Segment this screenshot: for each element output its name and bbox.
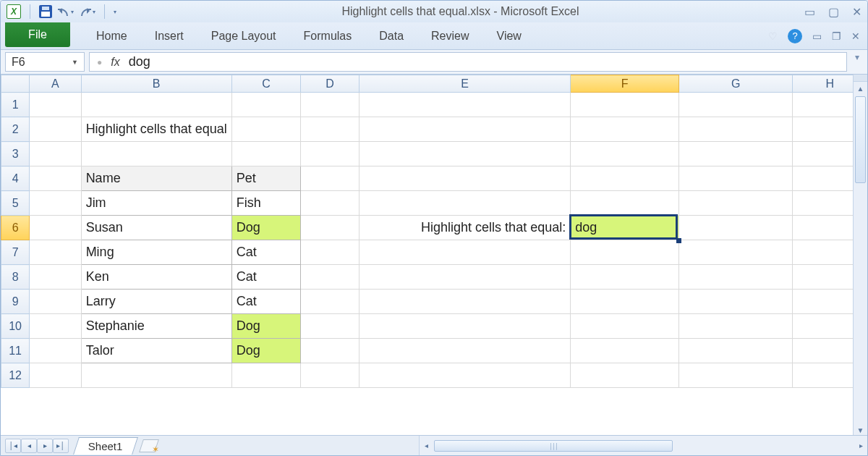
fx-icon[interactable]: fx: [111, 56, 119, 69]
cell-F2[interactable]: [571, 117, 679, 142]
cell-B3[interactable]: [81, 142, 231, 166]
cell-B11[interactable]: Talor: [81, 339, 231, 363]
cell-F6[interactable]: dog: [571, 216, 679, 240]
cell-D9[interactable]: [301, 290, 359, 314]
cell-C11[interactable]: Dog: [231, 339, 300, 363]
cell-E8[interactable]: [359, 265, 570, 290]
sheet-nav-next[interactable]: ▸: [37, 439, 53, 453]
column-header-E[interactable]: E: [359, 75, 570, 93]
ribbon-minimize-hint-icon[interactable]: ♡: [768, 30, 778, 42]
horizontal-scrollbar[interactable]: ◂ ▸: [419, 436, 867, 455]
cell-B1[interactable]: [81, 93, 231, 117]
cell-B7[interactable]: Ming: [81, 240, 231, 265]
column-header-F[interactable]: F: [571, 75, 679, 93]
cell-A1[interactable]: [30, 93, 81, 117]
cell-C3[interactable]: [231, 142, 300, 166]
maximize-button[interactable]: ▢: [828, 5, 839, 19]
new-sheet-icon[interactable]: [141, 439, 157, 452]
row-header-6[interactable]: 6: [1, 216, 30, 240]
cell-C12[interactable]: [231, 363, 300, 388]
cell-D6[interactable]: [301, 216, 359, 240]
cell-D3[interactable]: [301, 142, 359, 166]
cell-G9[interactable]: [678, 290, 792, 314]
cell-C5[interactable]: Fish: [231, 191, 300, 216]
cell-D10[interactable]: [301, 314, 359, 339]
row-header-11[interactable]: 11: [1, 339, 30, 363]
cell-G1[interactable]: [678, 93, 792, 117]
hscroll-track[interactable]: [433, 440, 854, 452]
cell-F3[interactable]: [571, 142, 679, 166]
select-all-corner[interactable]: [1, 75, 30, 93]
row-header-12[interactable]: 12: [1, 363, 30, 388]
formula-bar-expand-icon[interactable]: ▾: [851, 52, 863, 72]
cell-A9[interactable]: [30, 290, 81, 314]
cell-E9[interactable]: [359, 290, 570, 314]
row-header-9[interactable]: 9: [1, 290, 30, 314]
row-header-3[interactable]: 3: [1, 142, 30, 166]
cell-F8[interactable]: [571, 265, 679, 290]
cell-E7[interactable]: [359, 240, 570, 265]
cell-A12[interactable]: [30, 363, 81, 388]
cell-G7[interactable]: [678, 240, 792, 265]
cell-A6[interactable]: [30, 216, 81, 240]
cell-E12[interactable]: [359, 363, 570, 388]
cell-B4[interactable]: Name: [81, 166, 231, 191]
cell-G5[interactable]: [678, 191, 792, 216]
cell-B2[interactable]: Highlight cells that equal: [81, 117, 231, 142]
cell-A2[interactable]: [30, 117, 81, 142]
undo-dropdown-icon[interactable]: ▾: [71, 9, 74, 15]
cell-G2[interactable]: [678, 117, 792, 142]
cell-B6[interactable]: Susan: [81, 216, 231, 240]
scroll-right-button[interactable]: ▸: [854, 442, 867, 449]
cell-D4[interactable]: [301, 166, 359, 191]
cell-F1[interactable]: [571, 93, 679, 117]
cell-F4[interactable]: [571, 166, 679, 191]
cell-C2[interactable]: [231, 117, 300, 142]
vertical-scrollbar[interactable]: ▲ ▼: [853, 75, 867, 436]
row-header-4[interactable]: 4: [1, 166, 30, 191]
row-header-8[interactable]: 8: [1, 265, 30, 290]
sheet-nav-prev[interactable]: ◂: [21, 439, 37, 453]
sheet-tab-active[interactable]: Sheet1: [73, 437, 137, 455]
row-header-5[interactable]: 5: [1, 191, 30, 216]
cell-D11[interactable]: [301, 339, 359, 363]
cell-G12[interactable]: [678, 363, 792, 388]
scroll-left-button[interactable]: ◂: [420, 442, 433, 449]
excel-app-icon[interactable]: X: [7, 4, 21, 19]
ribbon-tab-review[interactable]: Review: [431, 30, 469, 43]
column-header-A[interactable]: A: [30, 75, 81, 93]
ribbon-tab-home[interactable]: Home: [96, 30, 127, 43]
redo-button[interactable]: ▾: [80, 7, 95, 17]
ribbon-tab-view[interactable]: View: [497, 30, 522, 43]
column-header-D[interactable]: D: [301, 75, 359, 93]
row-header-7[interactable]: 7: [1, 240, 30, 265]
workbook-close-button[interactable]: ✕: [851, 30, 860, 42]
cell-A8[interactable]: [30, 265, 81, 290]
cell-G10[interactable]: [678, 314, 792, 339]
cell-D8[interactable]: [301, 265, 359, 290]
workbook-restore-button[interactable]: ❐: [832, 30, 841, 42]
cell-C7[interactable]: Cat: [231, 240, 300, 265]
cell-B8[interactable]: Ken: [81, 265, 231, 290]
cell-E5[interactable]: [359, 191, 570, 216]
cell-G8[interactable]: [678, 265, 792, 290]
cell-B12[interactable]: [81, 363, 231, 388]
cell-E11[interactable]: [359, 339, 570, 363]
ribbon-tab-formulas[interactable]: Formulas: [304, 30, 352, 43]
vscroll-track[interactable]: [854, 95, 867, 423]
cell-D1[interactable]: [301, 93, 359, 117]
cell-G11[interactable]: [678, 339, 792, 363]
cell-G4[interactable]: [678, 166, 792, 191]
cell-E1[interactable]: [359, 93, 570, 117]
save-icon[interactable]: [39, 5, 52, 18]
column-header-C[interactable]: C: [231, 75, 300, 93]
cell-G6[interactable]: [678, 216, 792, 240]
cell-A5[interactable]: [30, 191, 81, 216]
redo-dropdown-icon[interactable]: ▾: [93, 9, 95, 15]
workbook-minimize-button[interactable]: ▭: [812, 30, 822, 42]
cancel-formula-icon[interactable]: ●: [97, 57, 102, 67]
row-header-10[interactable]: 10: [1, 314, 30, 339]
cell-E10[interactable]: [359, 314, 570, 339]
cell-F7[interactable]: [571, 240, 679, 265]
row-header-2[interactable]: 2: [1, 117, 30, 142]
